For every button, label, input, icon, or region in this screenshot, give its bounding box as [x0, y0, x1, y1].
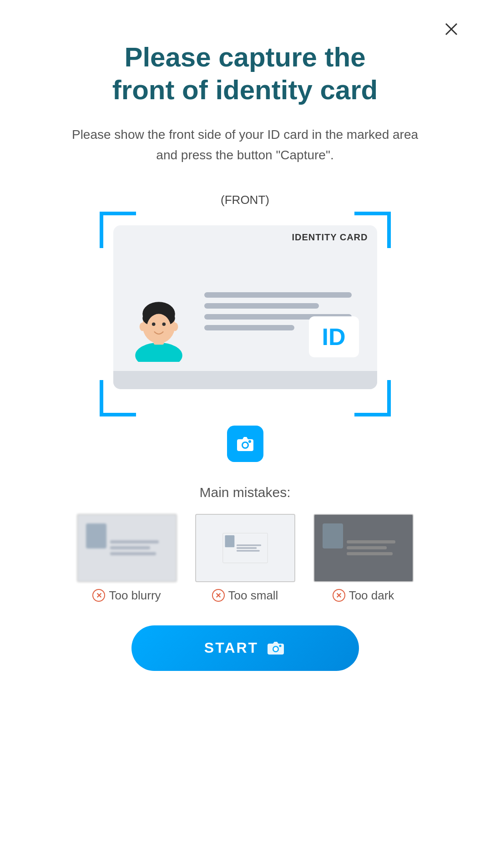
id-badge: ID [309, 316, 359, 357]
mistake-small: ✕ Too small [195, 514, 295, 603]
mistake-text-blurry: Too blurry [109, 589, 161, 603]
id-card: IDENTITY CARD [113, 225, 377, 389]
capture-area: (FRONT) IDENTITY CARD [100, 193, 391, 462]
start-camera-icon [266, 638, 286, 658]
page-container: Please capture the front of identity car… [0, 0, 490, 707]
svg-point-8 [152, 322, 155, 326]
id-photo-area [122, 252, 195, 362]
id-card-label: IDENTITY CARD [113, 225, 377, 243]
error-icon-small: ✕ [212, 589, 225, 602]
mistake-thumb-small [195, 514, 295, 582]
mistakes-title: Main mistakes: [36, 485, 454, 500]
id-line-2 [204, 303, 319, 309]
id-badge-text: ID [322, 323, 346, 350]
mistake-blurry: ✕ Too blurry [77, 514, 177, 603]
id-line-1 [204, 292, 352, 298]
svg-point-19 [279, 645, 282, 647]
mini-photo-blurry [86, 523, 106, 548]
start-button-label: START [204, 640, 258, 656]
mistake-text-dark: Too dark [349, 589, 394, 603]
mini-card-blurry [82, 520, 171, 576]
front-label: (FRONT) [100, 193, 391, 207]
mistake-label-small: ✕ Too small [212, 589, 278, 603]
mistake-dark: ✕ Too dark [313, 514, 414, 603]
page-title: Please capture the front of identity car… [36, 41, 454, 107]
person-illustration [127, 289, 191, 362]
id-card-footer [113, 371, 377, 389]
mistake-label-dark: ✕ Too dark [333, 589, 394, 603]
camera-icon [227, 426, 263, 462]
svg-point-7 [146, 314, 171, 341]
mini-card-small [222, 533, 268, 563]
mistakes-grid: ✕ Too blurry ✕ [36, 514, 454, 603]
corner-frame: IDENTITY CARD [100, 212, 391, 416]
svg-point-11 [172, 322, 178, 331]
camera-icon-wrap [100, 426, 391, 462]
mistake-text-small: Too small [228, 589, 278, 603]
svg-point-15 [248, 440, 251, 443]
mistakes-section: Main mistakes: ✕ Too blurry [36, 485, 454, 603]
mini-lines-dark [347, 523, 404, 573]
mini-card-dark [319, 520, 407, 576]
close-icon [443, 21, 460, 39]
svg-point-14 [243, 443, 248, 447]
mini-photo-dark [323, 523, 343, 548]
mistake-thumb-blurry [77, 514, 177, 582]
svg-point-2 [135, 342, 182, 361]
mini-photo-small [225, 535, 234, 547]
error-icon-dark: ✕ [333, 589, 345, 602]
mistake-thumb-dark [313, 514, 414, 582]
close-button[interactable] [440, 18, 463, 41]
mini-lines-small [236, 535, 265, 561]
error-icon-blurry: ✕ [92, 589, 105, 602]
mistake-label-blurry: ✕ Too blurry [92, 589, 161, 603]
mini-lines-blurry [110, 523, 167, 573]
id-line-4 [204, 325, 294, 330]
svg-point-10 [139, 322, 145, 331]
svg-point-9 [162, 322, 166, 326]
page-subtitle: Please show the front side of your ID ca… [36, 125, 454, 166]
svg-point-18 [274, 647, 278, 651]
start-button[interactable]: START [131, 625, 359, 671]
